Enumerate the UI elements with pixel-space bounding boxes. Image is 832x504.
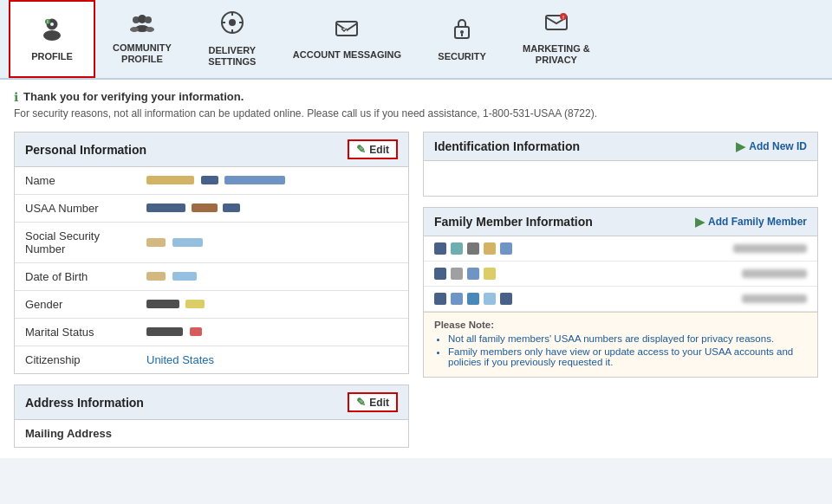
identification-info-header: Identification Information ▶ Add New ID — [424, 132, 817, 161]
nav-item-marketing-privacy[interactable]: ! MARKETING &PRIVACY — [505, 0, 608, 78]
svg-point-11 — [146, 27, 154, 32]
family-member-row — [424, 262, 817, 287]
add-id-icon: ▶ — [736, 139, 745, 153]
svg-text:!: ! — [562, 15, 564, 20]
family-bars-3 — [434, 293, 512, 305]
note-item: Not all family members' USAA numbers are… — [448, 333, 807, 344]
left-column: Personal Information ✎ Edit Name — [14, 132, 409, 448]
row-label: Name — [15, 167, 136, 195]
messaging-icon — [335, 18, 359, 44]
svg-point-10 — [130, 27, 139, 32]
identification-info-title: Identification Information — [434, 139, 580, 153]
nav-item-account-messaging[interactable]: ACCOUNT MESSAGING — [276, 0, 419, 78]
citizenship-link[interactable]: United States — [146, 353, 214, 366]
usaa-bar-2 — [192, 204, 218, 212]
usaa-bar-1 — [146, 204, 185, 212]
nav-item-community-profile[interactable]: COMMUNITYPROFILE — [95, 0, 189, 78]
main-content: ℹ Thank you for verifying your informati… — [0, 80, 832, 458]
dob-bar-1 — [146, 272, 166, 281]
address-info-edit-button[interactable]: ✎ Edit — [348, 392, 398, 412]
svg-point-8 — [145, 16, 152, 23]
name-bar-3 — [224, 176, 285, 184]
marital-bar-2 — [190, 327, 202, 336]
family-bar — [500, 242, 512, 255]
family-bar — [484, 242, 496, 255]
name-bar-1 — [146, 176, 194, 184]
row-value — [136, 263, 408, 291]
personal-info-title: Personal Information — [25, 143, 146, 157]
family-bar — [434, 293, 446, 305]
verify-icon: ℹ — [14, 90, 18, 104]
usaa-bar-3 — [223, 204, 240, 212]
family-name-bar — [742, 294, 807, 303]
profile-icon: i — [40, 16, 64, 46]
address-info-table: Mailing Address — [15, 420, 408, 447]
personal-info-edit-button[interactable]: ✎ Edit — [348, 139, 398, 159]
family-member-header: Family Member Information ▶ Add Family M… — [424, 208, 817, 236]
right-column: Identification Information ▶ Add New ID … — [423, 132, 818, 448]
top-navigation: i PROFILE COMMUNITYPROFILE — [0, 0, 832, 80]
add-family-label: Add Family Member — [708, 216, 807, 228]
notes-list: Not all family members' USAA numbers are… — [434, 333, 807, 367]
family-member-title: Family Member Information — [434, 215, 593, 229]
add-family-member-button[interactable]: ▶ Add Family Member — [695, 215, 807, 229]
family-bar — [451, 268, 463, 280]
gender-bar-2 — [185, 300, 205, 308]
row-label: Citizenship — [15, 346, 136, 374]
personal-info-table: Name USAA Number — [15, 167, 408, 373]
nav-profile-label: PROFILE — [31, 51, 73, 62]
verify-text: Thank you for verifying your information… — [23, 90, 244, 103]
svg-point-13 — [229, 19, 236, 26]
security-note: For security reasons, not all informatio… — [14, 107, 818, 120]
nav-item-profile[interactable]: i PROFILE — [9, 0, 95, 78]
row-value — [136, 195, 408, 223]
ssn-bar-2 — [172, 238, 203, 247]
content-columns: Personal Information ✎ Edit Name — [14, 132, 818, 448]
add-family-icon: ▶ — [695, 215, 705, 229]
edit-icon-2: ✎ — [356, 396, 366, 409]
address-info-header: Address Information ✎ Edit — [15, 385, 408, 420]
svg-point-2 — [50, 23, 54, 26]
address-edit-label: Edit — [369, 397, 389, 409]
dob-bar-2 — [172, 272, 197, 281]
table-row: Date of Birth — [15, 263, 408, 291]
marital-bar-1 — [146, 327, 183, 336]
delivery-icon — [220, 10, 244, 40]
row-value — [136, 420, 408, 447]
note-item: Family members only have view or update … — [448, 346, 807, 367]
address-info-section: Address Information ✎ Edit Mailing Addre… — [14, 384, 409, 448]
family-bar — [467, 268, 479, 280]
nav-item-delivery-settings[interactable]: DELIVERYSETTINGS — [189, 0, 276, 78]
row-label: Social Security Number — [15, 223, 136, 263]
address-info-title: Address Information — [25, 396, 144, 410]
nav-item-security[interactable]: SECURITY — [419, 0, 505, 78]
family-bar — [484, 268, 496, 280]
family-notes: Please Note: Not all family members' USA… — [424, 312, 817, 377]
add-new-id-button[interactable]: ▶ Add New ID — [736, 139, 807, 153]
community-icon — [130, 13, 154, 37]
table-row: Citizenship United States — [15, 346, 408, 374]
table-row: Marital Status — [15, 319, 408, 346]
nav-security-label: SECURITY — [438, 51, 486, 62]
row-label: Gender — [15, 291, 136, 319]
marketing-icon: ! — [544, 12, 569, 38]
table-row: Social Security Number — [15, 223, 408, 263]
family-bar — [467, 242, 479, 255]
verify-banner: ℹ Thank you for verifying your informati… — [14, 90, 818, 104]
gender-bar-1 — [146, 300, 179, 308]
id-empty-state — [424, 161, 817, 196]
row-label: USAA Number — [15, 195, 136, 223]
family-bar — [434, 268, 446, 280]
add-id-label: Add New ID — [749, 140, 807, 152]
family-bars-2 — [434, 268, 496, 280]
family-member-section: Family Member Information ▶ Add Family M… — [423, 207, 818, 378]
table-row: Mailing Address — [15, 420, 408, 447]
row-value — [136, 223, 408, 263]
notes-title: Please Note: — [434, 320, 807, 330]
svg-point-21 — [460, 30, 464, 34]
family-member-row — [424, 236, 817, 262]
family-name-bar — [733, 244, 807, 253]
family-name-bar — [742, 269, 807, 278]
family-bar — [434, 242, 446, 255]
table-row: Gender — [15, 291, 408, 319]
